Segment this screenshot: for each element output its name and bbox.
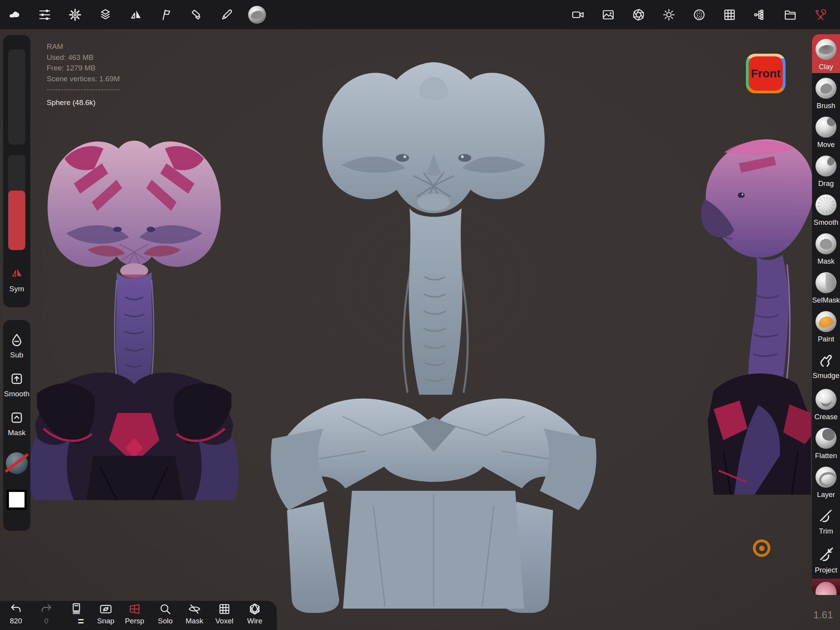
sculpt-right-reference [701, 139, 814, 495]
stats-vertices: Scene vertices: 1.69M [47, 74, 121, 84]
stats-free: Free: 1279 MB [47, 63, 121, 74]
persp-window-icon [128, 602, 141, 616]
color-swatch[interactable] [7, 490, 27, 510]
tool-crease[interactable]: Crease [812, 384, 840, 423]
sculpt-left-reference [30, 141, 239, 500]
tool-paint[interactable]: Paint [812, 306, 840, 345]
app-window: RAM Used: 463 MB Free: 1279 MB Scene ver… [0, 0, 840, 630]
mask-button[interactable]: Mask [3, 410, 30, 437]
redo-button[interactable]: 0 [33, 602, 59, 625]
history-book-icon [70, 602, 83, 616]
view-cube-front-face[interactable]: Front [749, 56, 783, 91]
layer-sphere-icon [816, 467, 836, 488]
crease-sphere-icon [816, 389, 836, 410]
folder-icon[interactable] [781, 6, 799, 23]
tool-brush[interactable]: Brush [812, 73, 840, 112]
sub-label: Sub [10, 351, 23, 359]
tool-move[interactable]: Move [812, 112, 840, 151]
tool-flatten[interactable]: Flatten [812, 423, 840, 462]
brush-sphere-icon [816, 78, 836, 99]
smooth-button[interactable]: Smooth [3, 371, 30, 398]
tool-label: SelMask [812, 296, 840, 304]
top-toolbar [0, 0, 840, 29]
toggle-label: Persp [122, 617, 147, 625]
solo-magnifier-icon [159, 602, 172, 616]
stats-divider: -------------------------- [47, 84, 121, 95]
sun-icon[interactable] [660, 6, 677, 23]
toggle-label: Snap [93, 617, 119, 625]
redo-icon [40, 602, 53, 616]
flag-icon[interactable] [157, 6, 175, 23]
tool-layer[interactable]: Layer [812, 462, 840, 501]
aperture-icon[interactable] [630, 6, 647, 23]
toggle-label: Wire [242, 617, 268, 625]
tool-trim[interactable]: Trim [812, 501, 840, 540]
tool-next-partial[interactable] [812, 579, 840, 595]
scene-stats: RAM Used: 463 MB Free: 1279 MB Scene ver… [47, 41, 121, 108]
history-marker: = [78, 616, 84, 628]
environment-sphere-icon[interactable] [690, 6, 708, 23]
eye-off-icon [188, 602, 201, 616]
tool-mask[interactable]: Mask [812, 229, 840, 268]
paint-roller-icon[interactable] [187, 6, 205, 23]
tool-label: Mask [817, 257, 835, 266]
strength-slider[interactable] [8, 155, 25, 250]
smooth-arrow-icon [9, 371, 24, 386]
mask-view-toggle[interactable]: Mask [182, 602, 207, 625]
tool-selmask[interactable]: SelMask [812, 268, 840, 306]
tool-label: Project [815, 566, 837, 574]
tool-label: Flatten [815, 452, 837, 460]
sliders-icon[interactable] [36, 6, 53, 23]
mirror-icon[interactable] [127, 6, 144, 23]
symmetry-label: Sym [3, 285, 30, 293]
snap-toggle[interactable]: Snap [93, 602, 119, 625]
image-icon[interactable] [599, 6, 617, 23]
radius-slider[interactable] [8, 49, 25, 145]
matcap-sphere-button[interactable] [248, 6, 266, 24]
wireframe-icon [248, 602, 261, 616]
view-cube[interactable]: Front [746, 54, 786, 93]
tool-label: Crease [814, 413, 838, 421]
project-knife-icon [817, 546, 835, 563]
tool-label: Smudge [813, 371, 840, 380]
top-toolbar-left [0, 6, 266, 24]
app-version: 1.61 [813, 609, 833, 621]
grid-icon[interactable] [721, 6, 738, 23]
move-sphere-icon [816, 117, 836, 138]
tool-clay[interactable]: Clay [812, 34, 840, 73]
drag-sphere-icon [816, 156, 836, 177]
tool-project[interactable]: Project [812, 540, 840, 579]
material-preview-disabled[interactable] [6, 452, 28, 474]
tool-label: Layer [817, 490, 835, 499]
layers-icon[interactable] [96, 6, 114, 23]
smudge-hand-icon [817, 352, 835, 369]
persp-toggle[interactable]: Persp [122, 602, 147, 625]
undo-button[interactable]: 820 [3, 602, 29, 625]
voxel-toggle[interactable]: Voxel [212, 602, 237, 625]
scene-graph-icon[interactable] [751, 6, 768, 23]
tool-smudge[interactable]: Smudge [812, 345, 840, 384]
tool-label: Smooth [814, 218, 838, 227]
clay-sphere-icon [816, 39, 836, 60]
flatten-sphere-icon [816, 428, 836, 449]
video-camera-icon[interactable] [569, 6, 586, 23]
tool-smooth[interactable]: Smooth [812, 190, 840, 229]
tool-label: Clay [819, 63, 833, 71]
sculpt-center-clay [271, 62, 596, 613]
toggle-label: Solo [152, 617, 178, 625]
selmask-sphere-icon [816, 272, 836, 293]
tool-drag[interactable]: Drag [812, 151, 840, 190]
wire-toggle[interactable]: Wire [242, 602, 268, 625]
clay-logo-icon[interactable] [5, 6, 23, 23]
history-button[interactable] [63, 602, 89, 617]
tools-wrench-icon[interactable] [812, 6, 829, 23]
viewport-canvas[interactable] [0, 0, 840, 630]
symmetry-toggle[interactable]: Sym [3, 266, 30, 293]
gear-icon[interactable] [66, 6, 84, 23]
mask-label: Mask [8, 429, 25, 437]
solo-toggle[interactable]: Solo [152, 602, 178, 625]
sub-button[interactable]: Sub [3, 332, 30, 359]
strength-slider-fill [8, 191, 25, 250]
toggle-label: Mask [182, 617, 207, 625]
pen-icon[interactable] [218, 6, 235, 23]
